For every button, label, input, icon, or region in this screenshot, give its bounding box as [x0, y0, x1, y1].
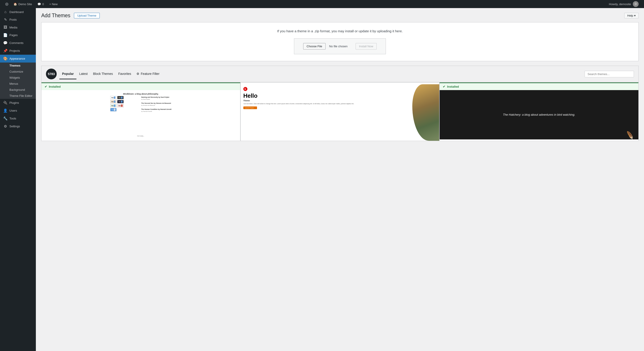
sidebar-item-appearance[interactable]: 🎨 Appearance — [0, 55, 36, 62]
comments-icon: 💬 — [3, 41, 8, 45]
hello-theme-wrap: E Hello Theme I am text block. Click edi… — [241, 84, 440, 141]
posts-icon: ✎ — [3, 18, 8, 22]
hello-title: Hello — [243, 93, 410, 98]
hatchery-preview: The Hatchery: a blog about adventures in… — [440, 90, 638, 140]
comments-icon: 💬 — [38, 2, 41, 6]
home-icon: 🏠 — [14, 2, 17, 6]
themes-nav-section: 5783 Popular Latest Block Themes Favorit… — [41, 66, 638, 82]
chevron-down-icon: ▾ — [634, 14, 636, 17]
hatchery-text: The Hatchery: a blog about adventures in… — [503, 112, 575, 117]
help-button[interactable]: Help ▾ — [624, 13, 638, 18]
sidebar-item-tools[interactable]: 🔧 Tools — [0, 114, 36, 122]
choose-file-button[interactable]: Choose File — [303, 43, 325, 50]
check-icon: ✔ — [44, 85, 47, 88]
appearance-icon: 🎨 — [3, 56, 8, 61]
projects-icon: 📌 — [3, 49, 8, 53]
theme-1-title: Mindblown: a blog about philosophy. — [123, 93, 158, 95]
theme-3-preview: The Hatchery: a blog about adventures in… — [440, 90, 638, 140]
comments-link[interactable]: 💬 0 — [35, 0, 46, 8]
themes-grid: ✔ Installed Mindblown: a blog about phil… — [41, 82, 638, 141]
admin-bar-right: Howdy, demosite D — [606, 0, 641, 8]
upload-hint: If you have a theme in a .zip format, yo… — [46, 29, 634, 33]
hello-left-panel: E Hello Theme I am text block. Click edi… — [241, 84, 412, 141]
bird-icon: 🪶 — [625, 131, 635, 140]
theme-card-2[interactable]: E Hello Theme I am text block. Click edi… — [240, 82, 440, 141]
theme-1-preview: Mindblown: a blog about philosophy. Aa ▾… — [42, 90, 240, 140]
submenu-item-menus[interactable]: Menus — [0, 81, 36, 87]
sidebar-item-projects[interactable]: 📌 Projects — [0, 47, 36, 55]
appearance-submenu: Themes Customize Widgets Menus Backgroun… — [0, 62, 36, 99]
theme-count-badge: 5783 — [46, 68, 57, 79]
page-title: Add Themes — [41, 12, 70, 18]
page-header: Add Themes Upload Theme Help ▾ — [41, 12, 638, 18]
sidebar-item-pages[interactable]: 📄 Pages — [0, 31, 36, 39]
pages-icon: 📄 — [3, 33, 8, 37]
theme-2-preview: E Hello Theme I am text block. Click edi… — [241, 84, 440, 141]
upload-controls: Choose File No file chosen Install Now — [294, 38, 386, 54]
submenu-item-theme-file-editor[interactable]: Theme File Editor — [0, 93, 36, 99]
hello-subtitle: Theme — [243, 100, 410, 102]
sidebar-item-users[interactable]: 👤 Users — [0, 107, 36, 114]
sidebar-item-dashboard[interactable]: ⌂ Dashboard — [0, 8, 36, 16]
howdy-menu[interactable]: Howdy, demosite D — [606, 0, 641, 8]
search-themes-input[interactable] — [584, 71, 634, 77]
admin-bar: ⊛ 🏠 Demo Site 💬 0 + New Howdy, demosite … — [0, 0, 644, 8]
sidebar-item-comments[interactable]: 💬 Comments — [0, 39, 36, 47]
avatar: D — [633, 1, 638, 7]
sidebar: ⌂ Dashboard ✎ Posts 🖼 Media 📄 Pages 💬 Co… — [0, 8, 36, 351]
sidebar-item-media[interactable]: 🖼 Media — [0, 24, 36, 31]
no-file-label: No file chosen — [329, 44, 348, 48]
hello-body-text: I am text block. Click edit button to ch… — [243, 103, 410, 105]
theme-3-installed-banner: ✔ Installed — [440, 82, 638, 90]
elementor-logo: E — [243, 87, 248, 91]
gear-icon: ⚙ — [136, 72, 140, 76]
new-content-link[interactable]: + New — [46, 0, 60, 8]
theme-card-1[interactable]: ✔ Installed Mindblown: a blog about phil… — [41, 82, 240, 141]
main-content: Add Themes Upload Theme Help ▾ If you ha… — [36, 8, 644, 351]
tab-block-themes[interactable]: Block Themes — [90, 69, 116, 79]
tab-popular[interactable]: Popular — [60, 69, 76, 79]
tools-icon: 🔧 — [3, 116, 8, 120]
install-now-button[interactable]: Install Now — [356, 43, 377, 50]
theme-card-3[interactable]: ✔ Installed The Hatchery: a blog about a… — [440, 82, 638, 141]
hello-launch-btn: Launch Project → — [243, 106, 257, 109]
dashboard-icon: ⌂ — [3, 10, 8, 14]
sidebar-item-plugins[interactable]: 🔌 Plugins — [0, 99, 36, 107]
submenu-item-widgets[interactable]: Widgets — [0, 75, 36, 81]
tab-feature-filter[interactable]: ⚙ Feature Filter — [134, 69, 162, 79]
tab-latest[interactable]: Latest — [76, 69, 90, 79]
wp-logo[interactable]: ⊛ — [3, 0, 11, 8]
hello-image-panel — [412, 84, 439, 141]
tab-favorites[interactable]: Favorites — [116, 69, 134, 79]
settings-icon: ⚙ — [3, 124, 8, 128]
check-icon-3: ✔ — [443, 85, 445, 88]
upload-theme-button[interactable]: Upload Theme — [74, 13, 100, 18]
sidebar-item-posts[interactable]: ✎ Posts — [0, 16, 36, 24]
site-name-link[interactable]: 🏠 Demo Site — [11, 0, 35, 8]
media-icon: 🖼 — [3, 25, 8, 29]
submenu-item-background[interactable]: Background — [0, 87, 36, 93]
theme-1-installed-banner: ✔ Installed — [42, 82, 240, 90]
submenu-item-themes[interactable]: Themes — [0, 62, 36, 68]
users-icon: 👤 — [3, 108, 8, 113]
sidebar-item-settings[interactable]: ⚙ Settings — [0, 122, 36, 130]
plugins-icon: 🔌 — [3, 101, 8, 105]
upload-section: If you have a theme in a .zip format, yo… — [41, 22, 638, 61]
submenu-item-customize[interactable]: Customize — [0, 68, 36, 75]
